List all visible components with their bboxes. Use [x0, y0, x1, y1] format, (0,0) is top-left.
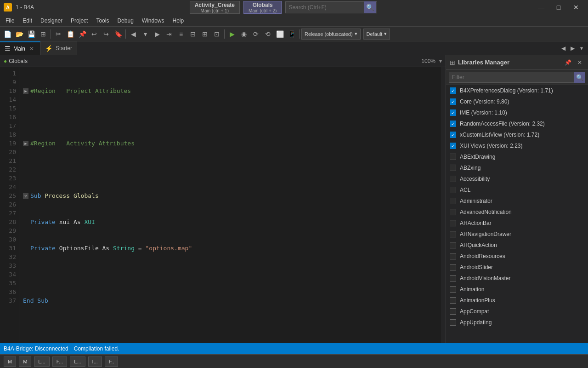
- tab-starter[interactable]: ⚡ Starter: [40, 41, 77, 55]
- lib-close-button[interactable]: ✕: [575, 58, 584, 67]
- lib-list-item[interactable]: ✓RandomAccessFile (Version: 2.32): [446, 118, 588, 129]
- lib-checkbox[interactable]: [450, 176, 456, 182]
- lib-checkbox[interactable]: [450, 297, 456, 304]
- lib-checkbox[interactable]: ✓: [450, 98, 456, 105]
- lib-filter-input[interactable]: [449, 72, 574, 83]
- lib-checkbox[interactable]: ✓: [450, 87, 456, 94]
- minimize-button[interactable]: —: [533, 1, 549, 14]
- lib-list-item[interactable]: AHNavigationDrawer: [446, 229, 588, 240]
- toolbar-run[interactable]: ▶: [226, 29, 237, 40]
- tab-nav-left[interactable]: ◀: [559, 44, 568, 53]
- globals-nav-button[interactable]: Globals Main (ctrl + 2): [243, 1, 282, 14]
- lib-checkbox[interactable]: [450, 187, 456, 193]
- lib-list-item[interactable]: AndroidResources: [446, 251, 588, 262]
- vertical-scrollbar[interactable]: [441, 67, 446, 343]
- lib-checkbox[interactable]: [450, 253, 456, 259]
- menu-tools[interactable]: Tools: [92, 17, 113, 25]
- menu-edit[interactable]: Edit: [19, 17, 36, 25]
- device-dropdown[interactable]: Default ▾: [363, 29, 390, 40]
- toolbar-format2[interactable]: ⊞: [199, 29, 210, 40]
- lib-list-item[interactable]: ✓B4XPreferencesDialog (Version: 1.71): [446, 85, 588, 96]
- lib-list-item[interactable]: ABZxing: [446, 162, 588, 173]
- lib-checkbox[interactable]: [450, 154, 456, 160]
- bottom-btn-l2[interactable]: L...: [70, 356, 85, 367]
- lib-checkbox[interactable]: [450, 242, 456, 248]
- fold-icon[interactable]: ▶: [23, 141, 28, 146]
- fold-icon[interactable]: ▶: [23, 88, 28, 94]
- lib-list-item[interactable]: ✓IME (Version: 1.10): [446, 107, 588, 118]
- bottom-btn-m2[interactable]: M: [19, 356, 31, 367]
- search-input[interactable]: [286, 4, 364, 11]
- lib-checkbox[interactable]: [450, 209, 456, 215]
- tab-nav-down[interactable]: ▾: [577, 44, 586, 53]
- toolbar-forward[interactable]: ▶: [152, 29, 163, 40]
- bottom-btn-f2[interactable]: F..: [105, 356, 119, 367]
- menu-windows[interactable]: Windows: [138, 17, 168, 25]
- lib-list-item[interactable]: ✓XUI Views (Version: 2.23): [446, 140, 588, 151]
- toolbar-device[interactable]: 📱: [286, 29, 297, 40]
- lib-list-item[interactable]: ✓xCustomListView (Version: 1.72): [446, 129, 588, 140]
- globals-dropdown-arrow[interactable]: ▾: [439, 58, 442, 64]
- lib-checkbox[interactable]: [450, 264, 456, 270]
- menu-help[interactable]: Help: [169, 17, 188, 25]
- toolbar-debug1[interactable]: ◉: [238, 29, 249, 40]
- lib-list-item[interactable]: ACL: [446, 184, 588, 196]
- lib-search-button[interactable]: 🔍: [574, 72, 585, 83]
- lib-list-item[interactable]: AdvancedNotification: [446, 207, 588, 218]
- toolbar-new[interactable]: 📄: [2, 29, 13, 40]
- toolbar-format3[interactable]: ⊡: [211, 29, 222, 40]
- toolbar-align[interactable]: ≡: [175, 29, 187, 40]
- bottom-btn-l1[interactable]: L...: [34, 356, 49, 367]
- menu-project[interactable]: Project: [67, 17, 91, 25]
- toolbar-back[interactable]: ◀: [128, 29, 139, 40]
- toolbar-debug2[interactable]: ⟳: [250, 29, 261, 40]
- tab-main-close[interactable]: ✕: [28, 45, 35, 52]
- bottom-btn-i[interactable]: I...: [88, 356, 102, 367]
- lib-list-item[interactable]: Administrator: [446, 196, 588, 207]
- bottom-btn-m1[interactable]: M: [4, 356, 16, 367]
- lib-checkbox[interactable]: [450, 165, 456, 171]
- lib-list-item[interactable]: Animation: [446, 284, 588, 295]
- build-mode-dropdown[interactable]: Release (obfuscated) ▾: [301, 29, 361, 40]
- toolbar-copy[interactable]: 📋: [65, 29, 76, 40]
- lib-list-item[interactable]: AndroidSlider: [446, 262, 588, 273]
- lib-checkbox[interactable]: [450, 319, 456, 326]
- fold-icon[interactable]: ▽: [23, 193, 28, 199]
- tab-main[interactable]: ☰ Main ✕: [0, 41, 40, 55]
- lib-checkbox[interactable]: ✓: [450, 109, 456, 116]
- lib-list-item[interactable]: AHActionBar: [446, 218, 588, 229]
- toolbar-back-arrow[interactable]: ▾: [140, 29, 151, 40]
- menu-debug[interactable]: Debug: [113, 17, 137, 25]
- toolbar-format[interactable]: ⊟: [187, 29, 198, 40]
- search-bar[interactable]: 🔍: [285, 1, 377, 13]
- lib-checkbox[interactable]: ✓: [450, 121, 456, 127]
- lib-checkbox[interactable]: ✓: [450, 143, 456, 149]
- tab-nav-right[interactable]: ▶: [568, 44, 577, 53]
- lib-list-item[interactable]: AHQuickAction: [446, 240, 588, 251]
- lib-list-item[interactable]: ABExtDrawing: [446, 151, 588, 162]
- toolbar-cut[interactable]: ✂: [53, 29, 64, 40]
- toolbar-debug3[interactable]: ⟲: [262, 29, 273, 40]
- lib-checkbox[interactable]: [450, 231, 456, 237]
- bottom-btn-f1[interactable]: F...: [52, 356, 68, 367]
- lib-list-item[interactable]: AppCompat: [446, 306, 588, 317]
- lib-pin-button[interactable]: 📌: [563, 58, 572, 67]
- lib-checkbox[interactable]: [450, 275, 456, 282]
- toolbar-bookmark[interactable]: 🔖: [113, 29, 124, 40]
- close-button[interactable]: ✕: [568, 1, 584, 14]
- toolbar-open[interactable]: 📂: [14, 29, 25, 40]
- search-icon[interactable]: 🔍: [364, 1, 376, 13]
- lib-list-item[interactable]: ✓Core (Version: 9.80): [446, 96, 588, 107]
- lib-checkbox[interactable]: [450, 198, 456, 204]
- toolbar-redo[interactable]: ↪: [101, 29, 112, 40]
- lib-checkbox[interactable]: [450, 220, 456, 226]
- toolbar-save[interactable]: 💾: [26, 29, 37, 40]
- activity-create-button[interactable]: Activity_Create Main (ctrl + 1): [190, 1, 240, 14]
- menu-designer[interactable]: Designer: [37, 17, 66, 25]
- toolbar-undo[interactable]: ↩: [89, 29, 100, 40]
- toolbar-stop[interactable]: ⬜: [274, 29, 285, 40]
- lib-checkbox[interactable]: [450, 308, 456, 315]
- toolbar-indent[interactable]: ⇥: [164, 29, 175, 40]
- lib-checkbox[interactable]: [450, 286, 456, 293]
- menu-file[interactable]: File: [2, 17, 18, 25]
